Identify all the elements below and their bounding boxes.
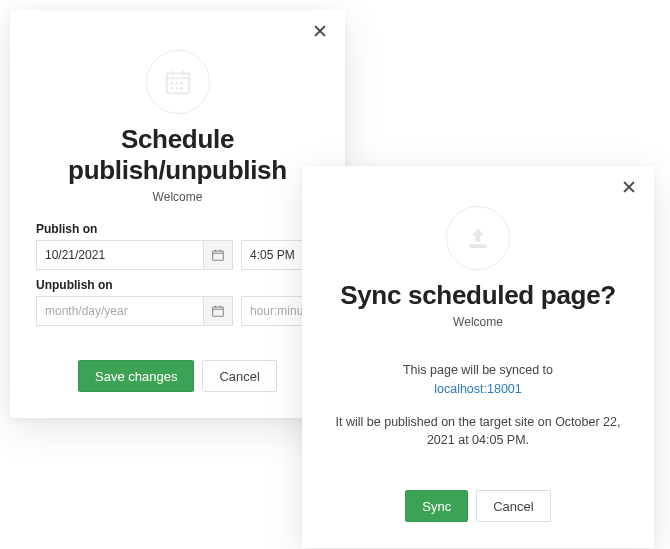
sync-scheduled-dialog: Sync scheduled page? Welcome This page w… <box>302 166 654 548</box>
cancel-button[interactable]: Cancel <box>476 490 550 522</box>
sync-schedule-text: It will be published on the target site … <box>324 413 632 451</box>
dialog-actions: Save changes Cancel <box>32 360 323 392</box>
cancel-button[interactable]: Cancel <box>202 360 276 392</box>
date-picker-icon[interactable] <box>203 240 233 270</box>
svg-rect-24 <box>469 244 487 248</box>
save-changes-button[interactable]: Save changes <box>78 360 194 392</box>
dialog-subtitle: Welcome <box>324 315 632 329</box>
dialog-actions: Sync Cancel <box>324 490 632 522</box>
publish-date-input[interactable] <box>36 240 203 270</box>
upload-icon <box>446 206 510 270</box>
unpublish-on-label: Unpublish on <box>36 278 323 292</box>
sync-line1: This page will be synced to <box>403 363 553 377</box>
publish-on-label: Publish on <box>36 222 323 236</box>
sync-button[interactable]: Sync <box>405 490 468 522</box>
unpublish-on-row <box>36 296 319 326</box>
svg-rect-17 <box>213 307 224 316</box>
dialog-subtitle: Welcome <box>32 190 323 204</box>
close-icon[interactable] <box>622 180 640 198</box>
dialog-title: Schedule publish/unpublish <box>32 124 323 186</box>
sync-target-text: This page will be synced to localhost:18… <box>324 361 632 399</box>
sync-target-link[interactable]: localhost:18001 <box>434 382 522 396</box>
svg-rect-10 <box>213 251 224 260</box>
publish-on-row <box>36 240 319 270</box>
dialog-title: Sync scheduled page? <box>324 280 632 311</box>
calendar-icon <box>146 50 210 114</box>
schedule-publish-dialog: Schedule publish/unpublish Welcome Publi… <box>10 10 345 418</box>
date-picker-icon[interactable] <box>203 296 233 326</box>
close-icon[interactable] <box>313 24 331 42</box>
unpublish-date-input[interactable] <box>36 296 203 326</box>
